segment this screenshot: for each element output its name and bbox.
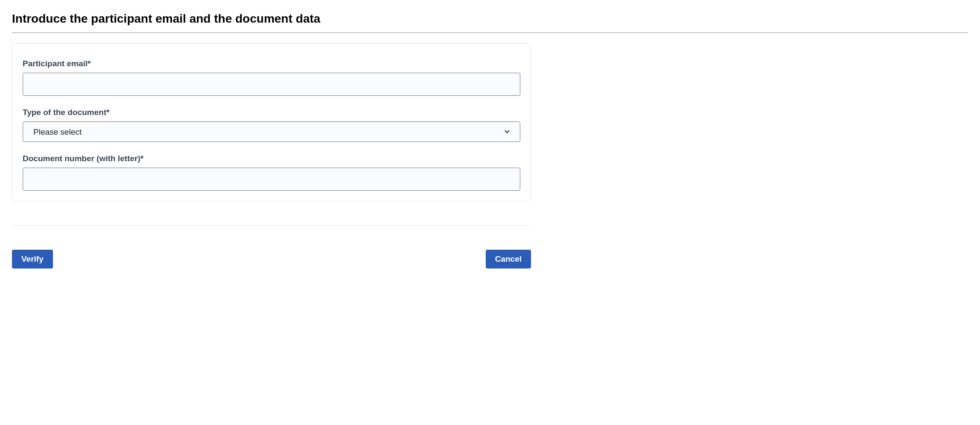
form-group-doc-type: Type of the document* Please select bbox=[23, 108, 520, 142]
doc-type-select[interactable]: Please select bbox=[23, 121, 520, 142]
email-label: Participant email* bbox=[23, 59, 520, 68]
button-row: Verify Cancel bbox=[12, 250, 531, 269]
form-card: Participant email* Type of the document*… bbox=[12, 43, 531, 201]
doc-type-select-wrapper: Please select bbox=[23, 121, 520, 142]
form-group-email: Participant email* bbox=[23, 59, 520, 96]
page-title: Introduce the participant email and the … bbox=[12, 12, 968, 26]
section-divider bbox=[12, 225, 531, 226]
doc-type-label: Type of the document* bbox=[23, 108, 520, 117]
doc-number-input[interactable] bbox=[23, 168, 520, 191]
form-group-doc-number: Document number (with letter)* bbox=[23, 154, 520, 191]
verify-button[interactable]: Verify bbox=[12, 250, 53, 269]
cancel-button[interactable]: Cancel bbox=[486, 250, 531, 269]
doc-number-label: Document number (with letter)* bbox=[23, 154, 520, 163]
email-input[interactable] bbox=[23, 73, 520, 96]
title-divider bbox=[12, 32, 968, 33]
